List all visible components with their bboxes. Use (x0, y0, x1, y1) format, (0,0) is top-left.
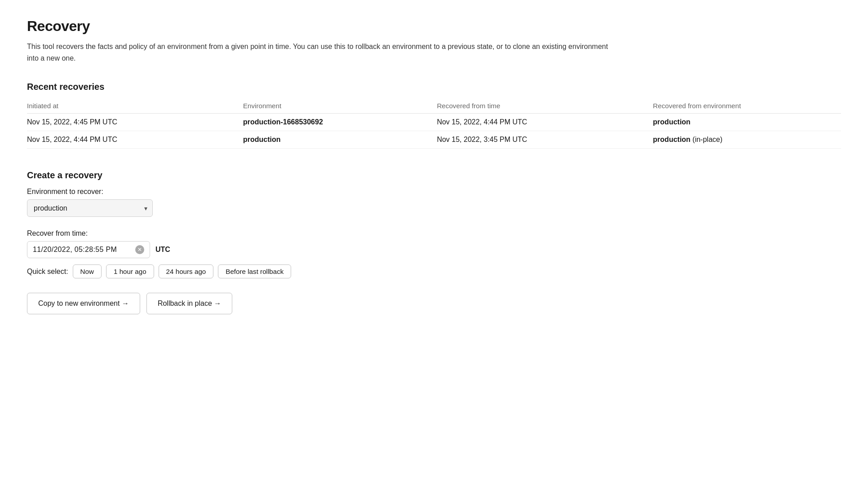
cell-recovered-from-env: production (653, 114, 841, 131)
col-recovered-from-env: Recovered from environment (653, 99, 841, 114)
cell-recovered-from-time: Nov 15, 2022, 4:44 PM UTC (437, 114, 653, 131)
quick-select-label: Quick select: (27, 268, 68, 276)
table-row: Nov 15, 2022, 4:44 PM UTCproductionNov 1… (27, 131, 841, 149)
table-row: Nov 15, 2022, 4:45 PM UTCproduction-1668… (27, 114, 841, 131)
col-environment: Environment (243, 99, 437, 114)
recent-recoveries-section: Recent recoveries Initiated at Environme… (27, 82, 841, 149)
recoveries-table: Initiated at Environment Recovered from … (27, 99, 841, 149)
cell-initiated-at: Nov 15, 2022, 4:44 PM UTC (27, 131, 243, 149)
cell-environment: production-1668530692 (243, 114, 437, 131)
col-initiated-at: Initiated at (27, 99, 243, 114)
environment-label: Environment to recover: (27, 188, 153, 196)
recover-time-label: Recover from time: (27, 229, 841, 238)
environment-select[interactable]: production (27, 199, 153, 217)
quick-select-btn-1[interactable]: 1 hour ago (106, 264, 154, 278)
environment-select-wrapper: production ▾ (27, 199, 153, 217)
action-buttons: Copy to new environment → Rollback in pl… (27, 293, 841, 314)
copy-to-new-env-button[interactable]: Copy to new environment → (27, 293, 140, 314)
time-input-row: ✕ UTC (27, 241, 841, 258)
page-title: Recovery (27, 18, 841, 35)
page-description: This tool recovers the facts and policy … (27, 41, 611, 64)
create-recovery-section: Create a recovery Environment to recover… (27, 170, 841, 278)
cell-recovered-from-env: production (in-place) (653, 131, 841, 149)
timezone-label: UTC (155, 246, 170, 254)
create-recovery-title: Create a recovery (27, 170, 841, 181)
recover-time-section: Recover from time: ✕ UTC Quick select: N… (27, 229, 841, 278)
col-recovered-from-time: Recovered from time (437, 99, 653, 114)
datetime-input-wrapper: ✕ (27, 241, 150, 258)
quick-select-row: Quick select: Now1 hour ago24 hours agoB… (27, 264, 841, 278)
quick-select-btn-0[interactable]: Now (73, 264, 102, 278)
datetime-input[interactable] (33, 246, 132, 254)
recent-recoveries-title: Recent recoveries (27, 82, 841, 92)
quick-select-btn-2[interactable]: 24 hours ago (159, 264, 214, 278)
quick-select-btn-3[interactable]: Before last rollback (218, 264, 291, 278)
cell-environment: production (243, 131, 437, 149)
cell-recovered-from-time: Nov 15, 2022, 3:45 PM UTC (437, 131, 653, 149)
quick-select-buttons: Now1 hour ago24 hours agoBefore last rol… (73, 264, 292, 278)
rollback-in-place-button[interactable]: Rollback in place → (146, 293, 232, 314)
environment-select-group: Environment to recover: production ▾ (27, 188, 841, 217)
cell-initiated-at: Nov 15, 2022, 4:45 PM UTC (27, 114, 243, 131)
clear-icon[interactable]: ✕ (135, 245, 144, 254)
